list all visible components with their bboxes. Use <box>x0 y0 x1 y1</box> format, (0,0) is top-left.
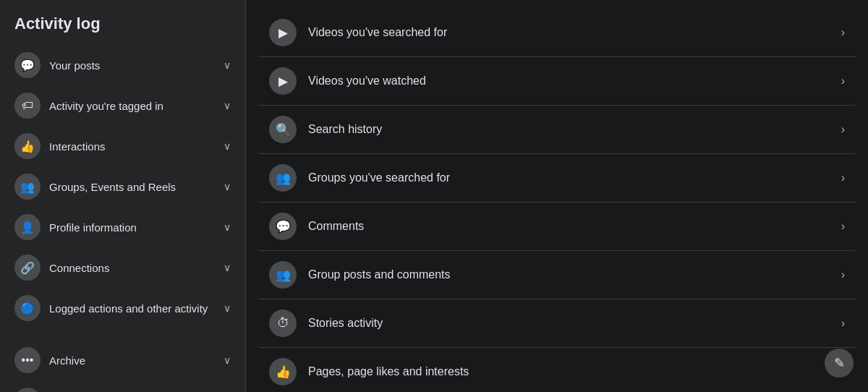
sidebar-label-groups: Groups, Events and Reels <box>49 181 224 193</box>
sidebar-icon-tagged: 🏷 <box>14 93 41 119</box>
main-label-group-posts: Group posts and comments <box>308 268 841 281</box>
chevron-groups: ∨ <box>224 181 231 192</box>
chevron-profile: ∨ <box>224 221 231 233</box>
sidebar-item-trash[interactable]: 🗑 Trash <box>6 380 239 392</box>
sidebar: Activity log 💬 Your posts ∨ 🏷 Activity y… <box>0 0 246 392</box>
main-item-groups-searched[interactable]: 👥 Groups you've searched for › <box>258 154 856 203</box>
main-chevron-stories: › <box>841 317 845 330</box>
main-label-groups-searched: Groups you've searched for <box>308 171 841 184</box>
sidebar-label-archive: Archive <box>49 354 224 367</box>
main-item-comments[interactable]: 💬 Comments › <box>258 203 856 251</box>
float-edit-button[interactable]: ✎ <box>825 349 854 378</box>
sidebar-icon-archive: ••• <box>14 347 41 373</box>
main-item-stories[interactable]: ⏱ Stories activity › <box>258 299 856 348</box>
main-icon-comments: 💬 <box>269 213 297 240</box>
main-content: ▶ Videos you've searched for › ▶ Videos … <box>246 0 868 392</box>
main-item-group-posts[interactable]: 👥 Group posts and comments › <box>258 251 856 299</box>
chevron-tagged: ∨ <box>224 100 231 111</box>
main-chevron-search-history: › <box>841 123 845 136</box>
main-item-videos-watched[interactable]: ▶ Videos you've watched › <box>258 57 856 106</box>
sidebar-label-profile: Profile information <box>49 221 224 234</box>
sidebar-icon-groups: 👥 <box>14 174 41 200</box>
sidebar-item-logged[interactable]: 🔵 Logged actions and other activity ∨ <box>6 288 239 328</box>
main-icon-videos-searched: ▶ <box>269 19 297 46</box>
edit-icon: ✎ <box>834 355 845 371</box>
sidebar-icon-connections: 🔗 <box>14 255 41 281</box>
main-chevron-comments: › <box>841 220 845 233</box>
sidebar-icon-interactions: 👍 <box>14 133 41 159</box>
sidebar-label-logged: Logged actions and other activity <box>49 302 224 315</box>
main-label-pages: Pages, page likes and interests <box>308 365 841 378</box>
main-icon-groups-searched: 👥 <box>269 164 297 192</box>
chevron-archive: ∨ <box>224 354 231 366</box>
main-item-pages[interactable]: 👍 Pages, page likes and interests › <box>258 348 856 392</box>
main-item-search-history[interactable]: 🔍 Search history › <box>258 106 856 154</box>
main-icon-videos-watched: ▶ <box>269 67 297 95</box>
sidebar-item-groups[interactable]: 👥 Groups, Events and Reels ∨ <box>6 166 239 207</box>
main-label-videos-watched: Videos you've watched <box>308 74 841 88</box>
chevron-your-posts: ∨ <box>224 59 231 71</box>
sidebar-item-archive[interactable]: ••• Archive ∨ <box>6 340 239 380</box>
chevron-logged: ∨ <box>224 302 231 314</box>
sidebar-icon-your-posts: 💬 <box>14 52 41 78</box>
main-icon-group-posts: 👥 <box>269 261 297 289</box>
main-label-comments: Comments <box>308 220 841 233</box>
main-chevron-groups-searched: › <box>841 171 845 184</box>
main-icon-pages: 👍 <box>269 358 297 385</box>
sidebar-label-connections: Connections <box>49 262 224 274</box>
main-item-videos-searched[interactable]: ▶ Videos you've searched for › <box>258 9 856 57</box>
main-label-search-history: Search history <box>308 123 841 136</box>
main-chevron-videos-watched: › <box>841 74 845 88</box>
sidebar-label-tagged: Activity you're tagged in <box>49 100 224 112</box>
sidebar-item-profile[interactable]: 👤 Profile information ∨ <box>6 207 239 247</box>
sidebar-item-your-posts[interactable]: 💬 Your posts ∨ <box>6 45 239 85</box>
sidebar-item-tagged[interactable]: 🏷 Activity you're tagged in ∨ <box>6 85 239 126</box>
main-label-videos-searched: Videos you've searched for <box>308 26 841 39</box>
sidebar-icon-logged: 🔵 <box>14 295 41 321</box>
sidebar-item-interactions[interactable]: 👍 Interactions ∨ <box>6 126 239 166</box>
sidebar-icon-profile: 👤 <box>14 214 41 240</box>
sidebar-label-your-posts: Your posts <box>49 59 224 72</box>
sidebar-item-connections[interactable]: 🔗 Connections ∨ <box>6 247 239 288</box>
sidebar-label-interactions: Interactions <box>49 140 224 153</box>
main-chevron-videos-searched: › <box>841 26 845 39</box>
chevron-interactions: ∨ <box>224 140 231 152</box>
chevron-connections: ∨ <box>224 262 231 273</box>
main-label-stories: Stories activity <box>308 317 841 330</box>
sidebar-title: Activity log <box>6 12 239 45</box>
sidebar-icon-trash: 🗑 <box>14 388 41 392</box>
main-icon-stories: ⏱ <box>269 310 297 337</box>
main-chevron-group-posts: › <box>841 268 845 281</box>
main-icon-search-history: 🔍 <box>269 116 297 143</box>
